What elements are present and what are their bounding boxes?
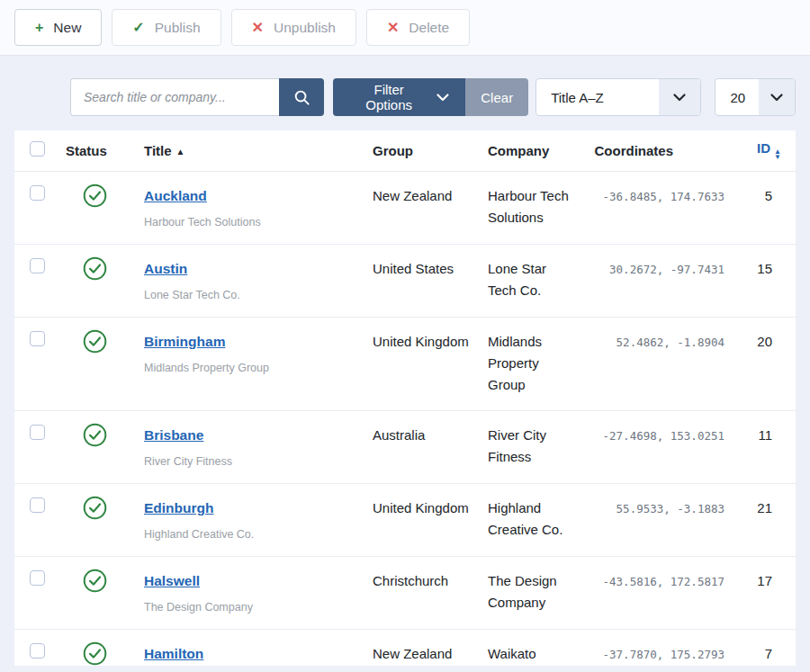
filter-bar: Filter Options Clear Title A–Z 20	[14, 78, 796, 116]
clear-button[interactable]: Clear	[465, 78, 528, 116]
item-id: 5	[729, 171, 796, 244]
item-company: Waikato Landscaping Co.	[488, 629, 576, 666]
item-coordinates: -43.5816, 172.5817	[576, 556, 729, 629]
search-group	[70, 78, 324, 116]
item-company: River City Fitness	[488, 410, 576, 483]
item-subtitle: The Design Company	[144, 601, 373, 614]
item-title-link[interactable]: Auckland	[144, 188, 207, 203]
status-published-icon[interactable]	[83, 329, 107, 354]
column-header-group: Group	[373, 130, 488, 171]
row-checkbox[interactable]	[30, 425, 45, 440]
filter-options-button[interactable]: Filter Options	[333, 78, 465, 116]
delete-button-label: Delete	[409, 20, 449, 36]
item-group: New Zealand	[373, 629, 488, 666]
item-group: United States	[373, 244, 488, 317]
new-button-label: New	[53, 20, 81, 36]
item-coordinates: 55.9533, -3.1883	[576, 483, 729, 556]
select-all-checkbox[interactable]	[30, 141, 45, 157]
item-subtitle: Harbour Tech Solutions	[144, 216, 373, 229]
column-header-coordinates: Coordinates	[576, 130, 729, 171]
item-title-link[interactable]: Halswell	[144, 573, 200, 588]
list-limit-select[interactable]: 20	[715, 78, 796, 116]
plus-icon: +	[35, 21, 43, 35]
table-body: Auckland Harbour Tech Solutions New Zeal…	[14, 171, 796, 666]
item-coordinates: 30.2672, -97.7431	[576, 244, 729, 317]
search-button[interactable]	[279, 78, 324, 116]
table-row: Hamilton Waikato Landscaping Co. New Zea…	[14, 629, 796, 666]
filter-options-label: Filter Options	[349, 82, 428, 112]
row-checkbox[interactable]	[30, 643, 45, 659]
x-icon: ✕	[387, 21, 399, 35]
chevron-down-icon	[673, 94, 686, 102]
status-published-icon[interactable]	[83, 569, 107, 593]
sort-select-value: Title A–Z	[536, 90, 659, 105]
list-limit-value: 20	[716, 90, 759, 105]
x-icon: ✕	[252, 21, 264, 35]
item-title-link[interactable]: Hamilton	[144, 646, 203, 661]
status-published-icon[interactable]	[83, 184, 107, 208]
item-group: United Kingdom	[373, 483, 488, 556]
status-published-icon[interactable]	[83, 423, 107, 447]
column-header-id[interactable]: ID▲▼	[729, 130, 796, 171]
item-id: 17	[729, 556, 796, 629]
table-row: Auckland Harbour Tech Solutions New Zeal…	[14, 171, 796, 244]
table-row: Austin Lone Star Tech Co. United States …	[14, 244, 796, 317]
column-header-title[interactable]: Title▲	[144, 130, 373, 171]
item-title-link[interactable]: Austin	[144, 261, 187, 276]
action-toolbar: + New ✓ Publish ✕ Unpublish ✕ Delete	[0, 0, 810, 56]
clear-button-label: Clear	[481, 90, 513, 105]
item-company: The Design Company	[488, 556, 576, 629]
chevron-down-icon	[436, 94, 449, 102]
status-published-icon[interactable]	[83, 641, 107, 666]
table-row: Edinburgh Highland Creative Co. United K…	[14, 483, 796, 556]
status-published-icon[interactable]	[83, 496, 107, 520]
item-company: Lone Star Tech Co.	[488, 244, 576, 317]
item-title-link[interactable]: Birmingham	[144, 334, 225, 349]
column-header-status: Status	[66, 130, 144, 171]
new-button[interactable]: + New	[14, 9, 102, 46]
items-table-container: Status Title▲ Group Company Coordinates …	[14, 130, 796, 666]
row-checkbox[interactable]	[30, 258, 45, 273]
item-subtitle: River City Fitness	[144, 455, 373, 469]
unpublish-button-label: Unpublish	[274, 20, 336, 36]
item-coordinates: -37.7870, 175.2793	[576, 629, 729, 666]
item-coordinates: -27.4698, 153.0251	[576, 410, 729, 483]
chevron-down-icon	[770, 94, 783, 102]
item-company: Harbour Tech Solutions	[488, 171, 576, 244]
row-checkbox[interactable]	[30, 497, 45, 513]
column-header-company: Company	[488, 130, 576, 171]
table-row: Brisbane River City Fitness Australia Ri…	[14, 410, 796, 483]
status-published-icon[interactable]	[83, 256, 107, 281]
item-id: 15	[729, 244, 796, 317]
table-row: Birmingham Midlands Property Group Unite…	[14, 317, 796, 410]
row-checkbox[interactable]	[30, 331, 45, 346]
row-checkbox[interactable]	[30, 185, 45, 201]
item-coordinates: 52.4862, -1.8904	[576, 317, 729, 410]
publish-button-label: Publish	[155, 20, 201, 36]
item-title-link[interactable]: Brisbane	[144, 427, 203, 443]
item-company: Highland Creative Co.	[488, 483, 576, 556]
delete-button[interactable]: ✕ Delete	[366, 9, 470, 46]
filter-buttons-group: Filter Options Clear	[333, 78, 528, 116]
sort-select[interactable]: Title A–Z	[536, 78, 701, 116]
item-id: 21	[729, 483, 796, 556]
search-input[interactable]	[70, 78, 279, 116]
publish-button[interactable]: ✓ Publish	[112, 9, 220, 46]
table-header-row: Status Title▲ Group Company Coordinates …	[14, 130, 796, 171]
item-group: Christchurch	[373, 556, 488, 629]
item-company: Midlands Property Group	[488, 317, 576, 410]
item-id: 11	[729, 410, 796, 483]
item-title-link[interactable]: Edinburgh	[144, 500, 214, 515]
unpublish-button[interactable]: ✕ Unpublish	[231, 9, 356, 46]
item-group: United Kingdom	[373, 317, 488, 410]
row-checkbox[interactable]	[30, 570, 45, 586]
item-id: 20	[729, 317, 796, 410]
sort-asc-icon: ▲	[176, 147, 185, 157]
item-coordinates: -36.8485, 174.7633	[576, 171, 729, 244]
check-icon: ✓	[132, 21, 144, 35]
sort-icon: ▲▼	[774, 149, 781, 160]
items-table: Status Title▲ Group Company Coordinates …	[14, 130, 796, 666]
search-icon	[293, 89, 310, 106]
item-id: 7	[729, 629, 796, 666]
item-subtitle: Midlands Property Group	[144, 362, 373, 375]
